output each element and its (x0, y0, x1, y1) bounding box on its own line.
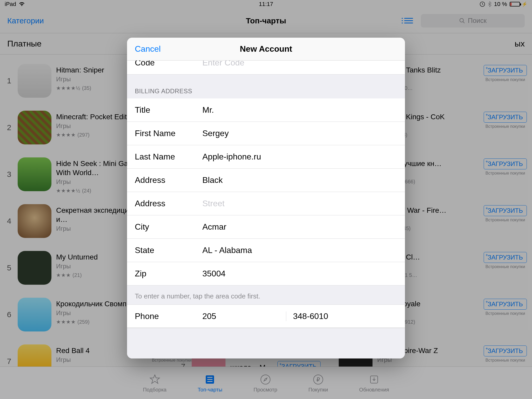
phone-row[interactable]: Phone 205 (127, 304, 405, 328)
modal-title: New Account (240, 44, 292, 54)
modal-bottom-gap (127, 328, 405, 351)
address2-row[interactable]: Address (127, 192, 405, 215)
cancel-button[interactable]: Cancel (135, 44, 161, 54)
code-input[interactable] (202, 61, 397, 68)
address2-input[interactable] (202, 199, 397, 208)
billing-address-header: BILLING ADDRESS (127, 75, 405, 98)
zip-row[interactable]: Zip (127, 262, 405, 285)
first-name-row[interactable]: First Name (127, 122, 405, 145)
state-row[interactable]: State AL - Alabama (127, 239, 405, 262)
last-name-input[interactable] (202, 152, 397, 162)
phone-note: To enter a number, tap the area code fir… (127, 285, 405, 304)
modal-body[interactable]: Code BILLING ADDRESS Title Mr. First Nam… (127, 61, 405, 358)
modal-header: Cancel New Account (127, 38, 405, 61)
address1-input[interactable] (202, 175, 397, 185)
title-value[interactable]: Mr. (202, 105, 397, 115)
state-value[interactable]: AL - Alabama (202, 245, 397, 255)
address1-row[interactable]: Address (127, 169, 405, 192)
last-name-row[interactable]: Last Name (127, 145, 405, 169)
city-row[interactable]: City (127, 215, 405, 239)
phone-area-input[interactable]: 205 (202, 311, 286, 321)
first-name-input[interactable] (202, 129, 397, 138)
new-account-modal: Cancel New Account Code BILLING ADDRESS … (127, 38, 405, 358)
code-row[interactable]: Code (127, 61, 405, 75)
city-input[interactable] (202, 222, 397, 232)
title-row[interactable]: Title Mr. (127, 98, 405, 122)
phone-number-input[interactable] (293, 311, 397, 321)
code-label: Code (135, 61, 202, 68)
zip-input[interactable] (202, 269, 397, 278)
